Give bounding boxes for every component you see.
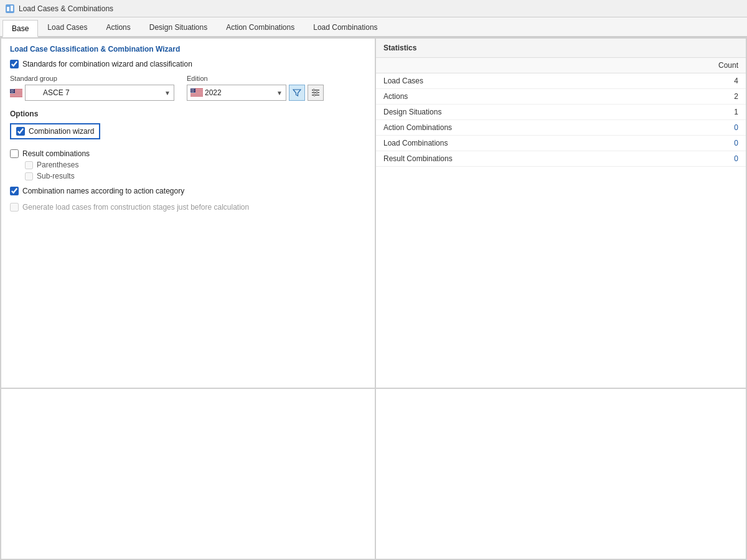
svg-point-42 — [313, 89, 315, 91]
svg-point-35 — [192, 91, 193, 91]
svg-rect-25 — [190, 93, 203, 93]
main-content: Load Case Classification & Combination W… — [0, 37, 747, 560]
standard-group-field: Standard group — [10, 75, 174, 101]
result-combinations-row: Result combinations — [10, 149, 366, 158]
svg-point-33 — [193, 90, 194, 90]
svg-point-14 — [11, 90, 12, 91]
svg-rect-7 — [10, 93, 22, 94]
edition-field: Edition — [187, 75, 324, 101]
app-title: Load Cases & Combinations — [19, 4, 113, 13]
standards-label[interactable]: Standards for combination wizard and cla… — [22, 60, 192, 68]
settings-icon — [311, 88, 320, 97]
title-bar: Load Cases & Combinations — [0, 0, 747, 17]
svg-point-31 — [194, 89, 194, 90]
stats-row: Action Combinations0 — [376, 120, 746, 136]
stats-col-count: Count — [637, 58, 746, 73]
svg-point-36 — [194, 91, 194, 91]
svg-point-18 — [13, 91, 14, 91]
combination-names-checkbox[interactable] — [10, 187, 19, 195]
standard-group-select[interactable]: ASCE 7 Eurocode DIN — [25, 85, 174, 101]
us-flag-icon — [10, 89, 22, 97]
stats-row-label: Load Combinations — [376, 136, 637, 151]
svg-point-19 — [11, 92, 12, 93]
main-panel: Load Case Classification & Combination W… — [1, 39, 375, 388]
options-title: Options — [10, 110, 366, 118]
tab-design-situations[interactable]: Design Situations — [140, 19, 217, 36]
stats-row-label: Result Combinations — [376, 151, 637, 167]
svg-rect-9 — [10, 96, 22, 96]
combination-wizard-container: Combination wizard — [10, 123, 366, 144]
svg-point-13 — [13, 89, 14, 90]
stats-row-count: 2 — [637, 89, 746, 105]
app-icon — [5, 4, 15, 14]
svg-point-38 — [193, 91, 194, 92]
section-title: Load Case Classification & Combination W… — [10, 45, 366, 55]
edition-label: Edition — [187, 75, 324, 82]
statistics-title: Statistics — [376, 39, 746, 58]
svg-point-43 — [316, 91, 318, 93]
combination-wizard-box: Combination wizard — [10, 123, 100, 139]
svg-rect-1 — [7, 7, 9, 11]
svg-rect-2 — [11, 6, 13, 11]
stats-row-count: 0 — [637, 151, 746, 167]
tab-load-cases[interactable]: Load Cases — [38, 19, 96, 36]
bottom-right-panel — [376, 389, 746, 559]
generate-load-cases-row: Generate load cases from construction st… — [10, 203, 366, 212]
svg-rect-27 — [190, 95, 203, 96]
combination-wizard-checkbox[interactable] — [16, 127, 25, 136]
sub-results-checkbox[interactable] — [25, 172, 33, 180]
svg-point-37 — [192, 91, 192, 92]
generate-load-cases-checkbox[interactable] — [10, 203, 19, 212]
standard-group-select-wrapper: ASCE 7 Eurocode DIN ▼ — [10, 85, 174, 101]
tab-action-combinations[interactable]: Action Combinations — [217, 19, 304, 36]
stats-row-count: 0 — [637, 136, 746, 151]
stats-row-label: Actions — [376, 89, 637, 105]
us-flag-edition-icon — [190, 88, 203, 96]
stats-row-count: 0 — [637, 120, 746, 136]
svg-point-16 — [11, 91, 11, 91]
combination-wizard-label[interactable]: Combination wizard — [29, 127, 94, 136]
parentheses-row: Parentheses — [25, 161, 366, 169]
svg-point-15 — [12, 90, 13, 91]
result-combinations-label[interactable]: Result combinations — [22, 149, 90, 158]
stats-row-count: 1 — [637, 105, 746, 120]
stats-row: Result Combinations0 — [376, 151, 746, 167]
parentheses-checkbox[interactable] — [25, 161, 33, 169]
stats-row: Load Combinations0 — [376, 136, 746, 151]
stats-row-count: 4 — [637, 73, 746, 89]
standards-checkbox-row: Standards for combination wizard and cla… — [10, 60, 366, 68]
settings-button[interactable] — [308, 85, 324, 101]
svg-rect-8 — [10, 95, 22, 95]
generate-load-cases-label: Generate load cases from construction st… — [22, 203, 249, 212]
sub-results-label: Sub-results — [37, 172, 75, 180]
stats-row-label: Action Combinations — [376, 120, 637, 136]
tab-bar: Base Load Cases Actions Design Situation… — [0, 17, 747, 37]
combination-names-row: Combination names according to action ca… — [10, 187, 366, 195]
standards-checkbox[interactable] — [10, 60, 19, 68]
standard-group-label: Standard group — [10, 75, 174, 82]
edition-group: 2022 2016 2010 ▼ — [187, 85, 324, 101]
stats-row: Load Cases4 — [376, 73, 746, 89]
tab-base[interactable]: Base — [2, 20, 38, 37]
parentheses-label: Parentheses — [37, 161, 78, 169]
result-combinations-checkbox[interactable] — [10, 149, 19, 158]
svg-rect-26 — [190, 94, 203, 95]
svg-point-29 — [191, 89, 192, 90]
stats-row: Design Situations1 — [376, 105, 746, 120]
stats-row: Actions2 — [376, 89, 746, 105]
tab-load-combinations[interactable]: Load Combinations — [304, 19, 387, 36]
filter-icon — [293, 88, 301, 97]
filter-button[interactable] — [289, 85, 305, 101]
svg-point-17 — [12, 91, 12, 91]
combination-names-label[interactable]: Combination names according to action ca… — [22, 187, 184, 195]
svg-point-32 — [192, 90, 192, 90]
stats-row-label: Load Cases — [376, 73, 637, 89]
svg-point-44 — [314, 94, 316, 96]
edition-select-wrapper: 2022 2016 2010 ▼ — [187, 85, 286, 101]
svg-point-30 — [192, 89, 193, 90]
form-row: Standard group — [10, 75, 366, 101]
svg-point-34 — [191, 91, 192, 91]
svg-point-12 — [12, 89, 12, 90]
statistics-table: Count Load Cases4Actions2Design Situatio… — [376, 58, 746, 167]
tab-actions[interactable]: Actions — [96, 19, 139, 36]
